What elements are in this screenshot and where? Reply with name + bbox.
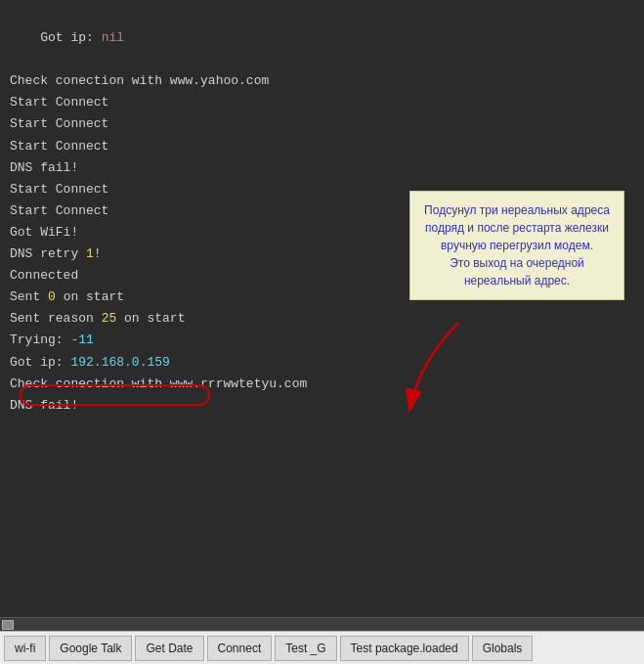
btn-connect[interactable]: Connect: [207, 636, 273, 661]
log-line-16: Check conection with www.rrrwwtetyu.com: [10, 374, 634, 395]
callout-box: Подсунул три нереальных адреса подряд и …: [409, 191, 624, 300]
log-line-3: Start Connect: [10, 92, 634, 113]
log-highlight: 0: [48, 289, 56, 304]
log-line-17: DNS fail!: [10, 395, 634, 417]
callout-text: Подсунул три нереальных адреса подряд и …: [424, 203, 610, 288]
btn-wifi[interactable]: wi-fi: [4, 636, 46, 661]
log-highlight: 192.168.0.159: [70, 355, 169, 370]
log-line-1: Got ip: nil: [10, 6, 634, 70]
btn-globals[interactable]: Globals: [472, 636, 534, 661]
btn-test-package[interactable]: Test package.loaded: [340, 636, 469, 661]
log-line-14: Trying: -11: [10, 330, 634, 351]
log-highlight: 25: [102, 311, 117, 326]
log-prefix: Got ip:: [40, 30, 101, 45]
scrollbar[interactable]: [0, 617, 644, 631]
btn-get-date[interactable]: Get Date: [135, 636, 203, 661]
btn-google-talk[interactable]: Google Talk: [49, 636, 132, 661]
log-line-4: Start Connect: [10, 113, 634, 135]
log-highlight: nil: [102, 30, 124, 45]
log-highlight: -11: [70, 332, 93, 347]
btn-test-g[interactable]: Test _G: [275, 636, 336, 661]
log-line-13: Sent reason 25 on start: [10, 308, 634, 330]
scrollbar-thumb[interactable]: [2, 620, 14, 630]
log-highlight: 1: [86, 246, 94, 261]
log-line-15: Got ip: 192.168.0.159: [10, 352, 634, 374]
toolbar: wi-fi Google Talk Get Date Connect Test …: [0, 631, 644, 664]
terminal-output: Got ip: nil Check conection with www.yah…: [0, 0, 644, 617]
log-line-6: DNS fail!: [10, 157, 634, 179]
log-line-5: Start Connect: [10, 136, 634, 157]
log-line-2: Check conection with www.yahoo.com: [10, 70, 634, 92]
